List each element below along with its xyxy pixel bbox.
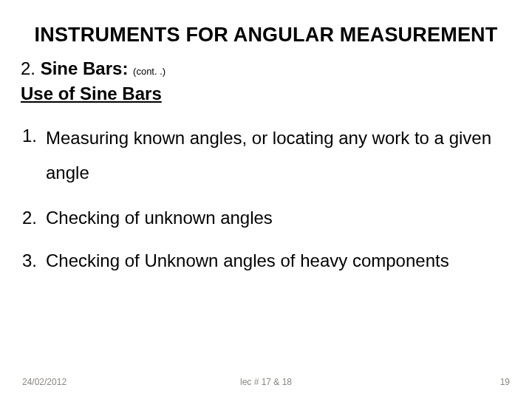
heading-continuation: (cont. .)	[133, 66, 166, 77]
list-item-number: 1.	[21, 121, 46, 191]
footer-center: lec # 17 & 18	[0, 377, 532, 387]
section-heading: 2. Sine Bars: (cont. .)	[21, 57, 511, 81]
slide-title: INSTRUMENTS FOR ANGULAR MEASUREMENT	[21, 24, 511, 47]
list-item: 2. Checking of unknown angles	[21, 203, 511, 233]
subheading: Use of Sine Bars	[21, 82, 511, 106]
list-item-number: 2.	[21, 203, 46, 233]
list-item: 1. Measuring known angles, or locating a…	[21, 121, 511, 191]
list-item-text: Measuring known angles, or locating any …	[46, 121, 511, 191]
list-item-number: 3.	[21, 246, 46, 276]
list-item-text: Checking of unknown angles	[46, 203, 511, 233]
heading-label: Sine Bars:	[41, 58, 129, 78]
list-item: 3. Checking of Unknown angles of heavy c…	[21, 246, 511, 276]
slide-footer: 24/02/2012 lec # 17 & 18 19	[0, 377, 532, 387]
footer-page-number: 19	[500, 377, 510, 387]
heading-number: 2.	[21, 58, 35, 78]
list-item-text: Checking of Unknown angles of heavy comp…	[46, 246, 511, 276]
footer-date: 24/02/2012	[22, 377, 66, 387]
numbered-list: 1. Measuring known angles, or locating a…	[21, 121, 511, 276]
slide: INSTRUMENTS FOR ANGULAR MEASUREMENT 2. S…	[0, 0, 532, 399]
